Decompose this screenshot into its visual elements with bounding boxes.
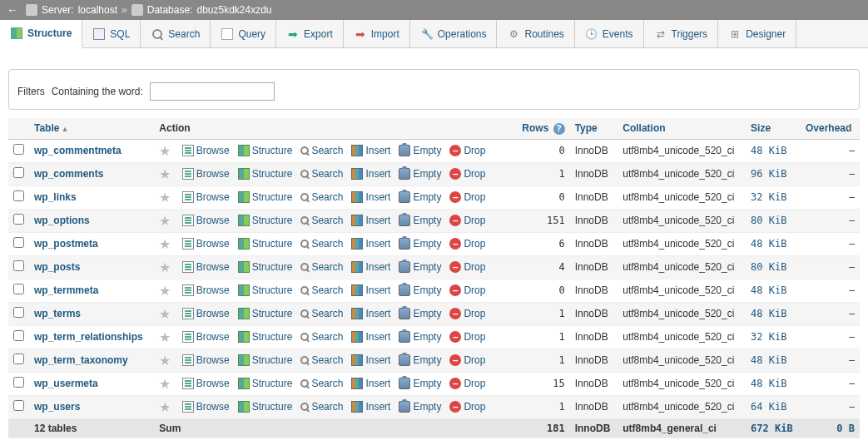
- structure-link[interactable]: Structure: [252, 215, 293, 226]
- col-type[interactable]: Type: [570, 118, 618, 139]
- search-link[interactable]: Search: [311, 215, 343, 226]
- row-checkbox[interactable]: [13, 214, 24, 225]
- tab-query[interactable]: Query: [211, 20, 276, 47]
- server-link[interactable]: localhost: [78, 4, 117, 16]
- tab-search[interactable]: Search: [141, 20, 211, 47]
- tab-sql[interactable]: SQL: [82, 20, 141, 47]
- browse-link[interactable]: Browse: [196, 261, 230, 273]
- drop-link[interactable]: Drop: [464, 238, 485, 250]
- favorite-star-icon[interactable]: ★: [159, 354, 171, 368]
- drop-link[interactable]: Drop: [464, 215, 485, 226]
- tab-routines[interactable]: ⚙Routines: [497, 20, 574, 47]
- table-name-link[interactable]: wp_termmeta: [34, 284, 98, 296]
- drop-link[interactable]: Drop: [464, 331, 485, 343]
- empty-link[interactable]: Empty: [413, 378, 441, 389]
- search-link[interactable]: Search: [311, 378, 343, 389]
- table-name-link[interactable]: wp_usermeta: [34, 378, 98, 389]
- row-checkbox[interactable]: [13, 190, 24, 201]
- favorite-star-icon[interactable]: ★: [159, 214, 171, 228]
- browse-link[interactable]: Browse: [196, 331, 230, 343]
- browse-link[interactable]: Browse: [196, 284, 230, 296]
- table-name-link[interactable]: wp_postmeta: [34, 238, 98, 250]
- table-name-link[interactable]: wp_term_relationships: [34, 331, 143, 343]
- insert-link[interactable]: Insert: [365, 145, 390, 156]
- database-link[interactable]: dbuz5kdk24xzdu: [196, 4, 271, 16]
- drop-link[interactable]: Drop: [464, 401, 485, 413]
- favorite-star-icon[interactable]: ★: [159, 400, 171, 414]
- insert-link[interactable]: Insert: [365, 284, 390, 296]
- table-name-link[interactable]: wp_links: [34, 191, 77, 203]
- structure-link[interactable]: Structure: [252, 354, 293, 366]
- empty-link[interactable]: Empty: [413, 191, 441, 203]
- search-link[interactable]: Search: [311, 261, 343, 273]
- favorite-star-icon[interactable]: ★: [159, 260, 171, 274]
- row-checkbox[interactable]: [13, 144, 24, 155]
- favorite-star-icon[interactable]: ★: [159, 284, 171, 298]
- search-link[interactable]: Search: [311, 145, 343, 156]
- browse-link[interactable]: Browse: [196, 308, 230, 319]
- structure-link[interactable]: Structure: [252, 378, 293, 389]
- browse-link[interactable]: Browse: [196, 378, 230, 389]
- table-name-link[interactable]: wp_users: [34, 401, 80, 413]
- table-name-link[interactable]: wp_terms: [34, 308, 81, 319]
- favorite-star-icon[interactable]: ★: [159, 237, 171, 251]
- drop-link[interactable]: Drop: [464, 378, 485, 389]
- insert-link[interactable]: Insert: [365, 238, 390, 250]
- table-name-link[interactable]: wp_comments: [34, 168, 103, 180]
- search-link[interactable]: Search: [311, 354, 343, 366]
- empty-link[interactable]: Empty: [413, 145, 441, 156]
- favorite-star-icon[interactable]: ★: [159, 144, 171, 158]
- empty-link[interactable]: Empty: [413, 238, 441, 250]
- table-name-link[interactable]: wp_commentmeta: [34, 145, 122, 156]
- search-link[interactable]: Search: [311, 331, 343, 343]
- favorite-star-icon[interactable]: ★: [159, 307, 171, 321]
- empty-link[interactable]: Empty: [413, 354, 441, 366]
- search-link[interactable]: Search: [311, 401, 343, 413]
- row-checkbox[interactable]: [13, 167, 24, 178]
- row-checkbox[interactable]: [13, 284, 24, 294]
- tab-operations[interactable]: 🔧Operations: [410, 20, 498, 47]
- row-checkbox[interactable]: [13, 237, 24, 248]
- insert-link[interactable]: Insert: [365, 261, 390, 273]
- structure-link[interactable]: Structure: [252, 168, 293, 180]
- favorite-star-icon[interactable]: ★: [159, 190, 171, 205]
- drop-link[interactable]: Drop: [464, 145, 485, 156]
- favorite-star-icon[interactable]: ★: [159, 377, 171, 391]
- col-overhead[interactable]: Overhead: [801, 118, 860, 139]
- tab-designer[interactable]: ⊞Designer: [718, 20, 796, 47]
- drop-link[interactable]: Drop: [464, 308, 485, 319]
- browse-link[interactable]: Browse: [196, 215, 230, 226]
- favorite-star-icon[interactable]: ★: [159, 167, 171, 181]
- structure-link[interactable]: Structure: [252, 401, 293, 413]
- browse-link[interactable]: Browse: [196, 168, 230, 180]
- structure-link[interactable]: Structure: [252, 145, 293, 156]
- table-name-link[interactable]: wp_posts: [34, 261, 80, 273]
- table-name-link[interactable]: wp_term_taxonomy: [34, 354, 128, 366]
- drop-link[interactable]: Drop: [464, 354, 485, 366]
- structure-link[interactable]: Structure: [252, 308, 293, 319]
- insert-link[interactable]: Insert: [365, 215, 390, 226]
- insert-link[interactable]: Insert: [365, 308, 390, 319]
- insert-link[interactable]: Insert: [365, 191, 390, 203]
- tab-events[interactable]: 🕒Events: [575, 20, 644, 47]
- tab-import[interactable]: ➡Import: [344, 20, 410, 47]
- row-checkbox[interactable]: [13, 260, 24, 271]
- empty-link[interactable]: Empty: [413, 261, 441, 273]
- empty-link[interactable]: Empty: [413, 215, 441, 226]
- insert-link[interactable]: Insert: [365, 331, 390, 343]
- col-collation[interactable]: Collation: [618, 118, 746, 139]
- col-rows[interactable]: Rows ?: [514, 118, 570, 139]
- table-name-link[interactable]: wp_options: [34, 215, 90, 226]
- col-size[interactable]: Size: [746, 118, 801, 139]
- search-link[interactable]: Search: [311, 284, 343, 296]
- empty-link[interactable]: Empty: [413, 308, 441, 319]
- drop-link[interactable]: Drop: [464, 168, 485, 180]
- drop-link[interactable]: Drop: [464, 191, 485, 203]
- favorite-star-icon[interactable]: ★: [159, 330, 171, 344]
- empty-link[interactable]: Empty: [413, 331, 441, 343]
- back-arrow-icon[interactable]: ←: [7, 3, 18, 17]
- filter-input[interactable]: [150, 82, 275, 101]
- tab-structure[interactable]: Structure: [0, 20, 82, 48]
- browse-link[interactable]: Browse: [196, 401, 230, 413]
- structure-link[interactable]: Structure: [252, 238, 293, 250]
